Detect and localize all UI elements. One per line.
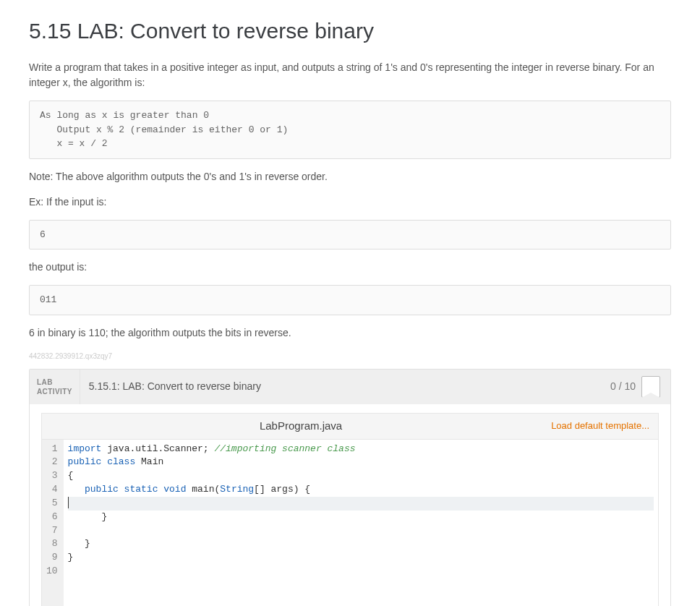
file-tab[interactable]: LabProgram.java (51, 418, 551, 435)
code-line[interactable] (68, 497, 654, 511)
algorithm-block: As long as x is greater than 0 Output x … (29, 101, 671, 159)
code-line[interactable]: import java.util.Scanner; //importing sc… (68, 443, 654, 456)
code-area[interactable]: import java.util.Scanner; //importing sc… (64, 440, 658, 607)
code-line[interactable] (68, 565, 654, 579)
output-label: the output is: (29, 260, 671, 275)
lab-badge-line1: LAB (37, 377, 72, 387)
lab-header: LAB ACTIVITY 5.15.1: LAB: Convert to rev… (30, 370, 670, 404)
code-line[interactable]: } (68, 511, 654, 524)
code-line[interactable]: } (68, 537, 654, 551)
code-editor[interactable]: 1 2 3 4 5 6 7 8 9 10 import java.util.Sc… (41, 439, 659, 607)
lab-badge-line2: ACTIVITY (37, 387, 72, 396)
intro-paragraph: Write a program that takes in a positive… (29, 60, 671, 90)
explanation: 6 in binary is 110; the algorithm output… (29, 325, 671, 341)
example-output-block: 011 (29, 285, 671, 315)
code-line[interactable]: } (68, 551, 654, 565)
code-line[interactable] (68, 524, 654, 538)
page-title: 5.15 LAB: Convert to reverse binary (29, 14, 671, 47)
score-ribbon-icon (641, 376, 660, 398)
watermark: 442832.2939912.qx3zqy7 (29, 351, 671, 362)
code-line[interactable]: public static void main(String[] args) { (68, 483, 654, 497)
lab-body: LabProgram.java Load default template...… (30, 404, 670, 607)
lab-score: 0 / 10 (610, 370, 636, 404)
load-default-button[interactable]: Load default template... (551, 419, 649, 433)
lab-badge: LAB ACTIVITY (30, 370, 80, 404)
code-line[interactable]: { (68, 469, 654, 483)
line-gutter: 1 2 3 4 5 6 7 8 9 10 (42, 440, 64, 607)
example-input-block: 6 (29, 220, 671, 250)
editor-tabbar: LabProgram.java Load default template... (41, 413, 659, 439)
algorithm-note: Note: The above algorithm outputs the 0'… (29, 169, 671, 184)
lab-activity-title: 5.15.1: LAB: Convert to reverse binary (89, 370, 610, 404)
lab-activity-panel: LAB ACTIVITY 5.15.1: LAB: Convert to rev… (29, 369, 671, 607)
code-line[interactable]: public class Main (68, 456, 654, 469)
example-label: Ex: If the input is: (29, 195, 671, 210)
